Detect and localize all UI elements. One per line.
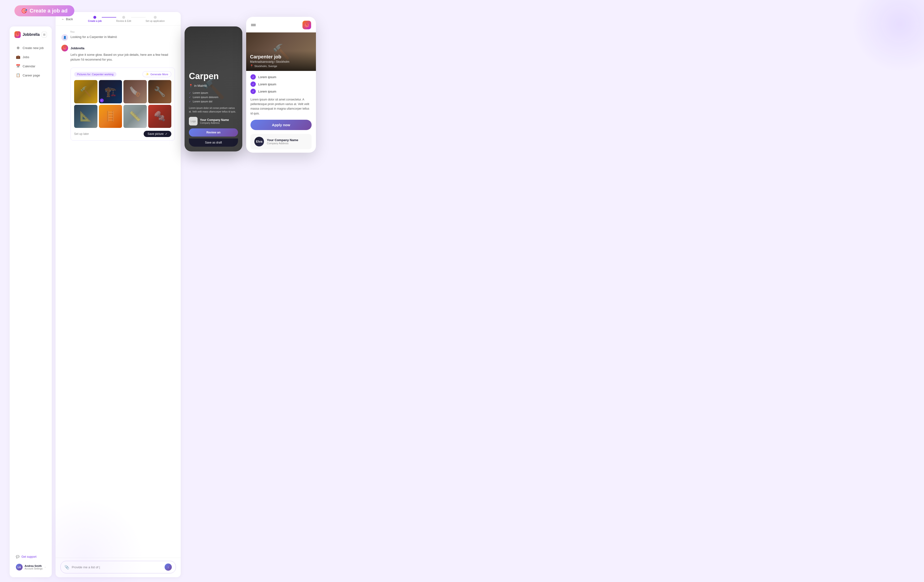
phone-left-job-title: Carpen (189, 71, 238, 81)
job-card-subtitle: Marknadsansvarig i Stockholm (250, 60, 312, 64)
phone-left-background: 🔨 Carpen 📍 in Malmö ✓ Lorem ipsum ✓ Lore… (185, 26, 242, 151)
apply-now-button[interactable]: Apply now (251, 120, 312, 130)
phone-left-features: ✓ Lorem ipsum ✓ Lorem ipsum dolorem ✓ Lo… (189, 91, 238, 103)
sidebar-user-profile[interactable]: LA Andrea Smith Account Settings › (13, 562, 48, 572)
step-set-up-application: Set up application (145, 16, 165, 22)
support-label: Get support (21, 555, 36, 559)
phone-company-address: Company Address (200, 122, 229, 124)
company-card-address: Company Address (267, 142, 299, 145)
main-container: 🐙 Jobbrella ⊞ ⊕ Create new job 💼 Jobs 📅 … (0, 0, 924, 582)
sidebar-item-jobs[interactable]: 💼 Jobs (13, 53, 48, 61)
step-create-job: Create a job (88, 16, 102, 22)
user-info: Andrea Smith Account Settings (25, 564, 43, 570)
job-image-overlay: Carpenter job Marknadsansvarig i Stockho… (246, 51, 316, 71)
right-feature-3: ✓ Lorem ipsum (251, 89, 312, 94)
expand-sidebar-button[interactable]: ⊞ (41, 32, 47, 38)
calendar-icon: 📅 (16, 64, 20, 68)
image-thumb-8[interactable]: 🔩 (148, 105, 172, 128)
location-pin-icon-right: 📍 (250, 64, 253, 67)
bot-message: 🐙 Jobbrella Let's give it some glow. Bas… (61, 45, 175, 62)
image-card-footer: Set up later Save picture ✓ (74, 131, 171, 137)
logo-text: Jobbrella (23, 33, 40, 37)
company-card: Elva Your Company Name Company Address (251, 134, 312, 149)
phone-left-company: Logo Your Company Name Company Address (189, 117, 238, 125)
right-feature-2: ✓ Lorem ipsum (251, 82, 312, 87)
image-thumb-7[interactable]: 📏 (124, 105, 147, 128)
check-icon-2: ✓ (189, 96, 191, 99)
phone-company-details: Your Company Name Company Address (200, 118, 229, 124)
generate-more-button[interactable]: ✨ Generate More (142, 71, 171, 77)
hamburger-menu-button[interactable] (251, 24, 256, 26)
step-line-2 (131, 17, 145, 18)
image-thumb-4[interactable]: 🔧 (148, 80, 172, 104)
chevron-right-icon: › (45, 566, 46, 569)
sidebar: 🐙 Jobbrella ⊞ ⊕ Create new job 💼 Jobs 📅 … (10, 26, 52, 577)
chat-body: You 👤 Looking for a Carpenter in Malmö 🐙… (56, 25, 181, 558)
wizard-header: ← Back Create a job Review & Edit Set up… (56, 12, 181, 25)
bot-header: 🐙 Jobbrella (61, 45, 175, 51)
review-button[interactable]: Review an (189, 128, 238, 136)
pill-label: Create a job ad (30, 8, 68, 14)
location-pin-icon: 📍 (189, 84, 193, 87)
check-icon-3: ✓ (189, 100, 191, 103)
image-thumb-1[interactable]: 🔨 (74, 80, 97, 104)
company-card-name: Your Company Name (267, 138, 299, 142)
chat-send-button[interactable]: ↑ (165, 564, 172, 571)
save-picture-button[interactable]: Save picture ✓ (144, 131, 171, 137)
attach-icon[interactable]: 📎 (64, 565, 69, 569)
save-draft-button[interactable]: Save as draft (189, 138, 238, 146)
step-2-label: Review & Edit (116, 20, 131, 22)
create-job-label: Create new job (23, 46, 44, 50)
user-bubble: 👤 Looking for a Carpenter in Malmö (61, 34, 117, 41)
job-hero-image: 🔨 Carpenter job Marknadsansvarig i Stock… (246, 33, 316, 71)
create-job-ad-pill[interactable]: 🎯 Create a job ad (15, 5, 74, 16)
image-picker-card: Pictures for: Carpenter working ✨ Genera… (71, 67, 175, 141)
company-logo: Logo (189, 117, 198, 125)
steps-container: Create a job Review & Edit Set up applic… (78, 16, 175, 22)
chat-input-box: 📎 ↑ (60, 561, 176, 573)
get-support-link[interactable]: 💬 Get support (13, 554, 48, 560)
sidebar-item-calendar[interactable]: 📅 Calendar (13, 62, 48, 70)
phone-left-mockup: 🔨 Carpen 📍 in Malmö ✓ Lorem ipsum ✓ Lore… (185, 26, 242, 151)
set-up-later-link[interactable]: Set up later (74, 132, 89, 136)
phone-right-header: 🐙 (246, 17, 316, 33)
sidebar-nav: ⊕ Create new job 💼 Jobs 📅 Calendar 📋 Car… (13, 44, 48, 554)
image-thumb-2[interactable]: 🏗️ (99, 80, 122, 104)
phone-left-location: 📍 in Malmö (189, 84, 238, 87)
hamburger-line-1 (251, 24, 256, 25)
create-job-icon: ⊕ (16, 46, 20, 50)
image-thumb-5[interactable]: 📐 (74, 105, 97, 128)
back-button[interactable]: ← Back (61, 17, 73, 21)
send-icon: ↑ (167, 566, 169, 569)
bot-avatar: 🐙 (61, 45, 68, 51)
feature-check-icon-3: ✓ (251, 89, 256, 94)
step-1-dot (93, 16, 96, 19)
right-features-list: ✓ Lorem ipsum ✓ Lorem ipsum ✓ Lorem ipsu… (251, 74, 312, 94)
user-message-text: Looking for a Carpenter in Malmö (71, 34, 117, 39)
job-card-location: 📍 Stockholm, Sverige (250, 64, 312, 67)
generate-label: Generate More (150, 73, 168, 76)
check-icon-1: ✓ (189, 92, 191, 94)
save-label: Save picture (147, 132, 163, 136)
company-card-info: Your Company Name Company Address (267, 138, 299, 145)
sidebar-item-career-page[interactable]: 📋 Career page (13, 71, 48, 79)
phone-right-body: ✓ Lorem ipsum ✓ Lorem ipsum ✓ Lorem ipsu… (246, 71, 316, 153)
back-label: Back (66, 17, 73, 21)
phone-feature-1: ✓ Lorem ipsum (189, 91, 238, 94)
image-picker-header: Pictures for: Carpenter working ✨ Genera… (74, 71, 171, 77)
right-job-description: Lorem ipsum dolor sit amet consectetur. … (251, 97, 312, 116)
image-thumb-3[interactable]: 🪚 (124, 80, 147, 104)
image-thumb-6[interactable]: 🪜 (99, 105, 122, 128)
sidebar-item-create-new-job[interactable]: ⊕ Create new job (13, 44, 48, 52)
step-1-label: Create a job (88, 20, 102, 22)
career-icon: 📋 (16, 73, 20, 77)
sidebar-logo: 🐙 Jobbrella ⊞ (13, 31, 48, 38)
app-logo-right: 🐙 (302, 21, 311, 29)
chat-input-field[interactable] (72, 566, 162, 569)
user-message-avatar: 👤 (61, 34, 68, 41)
jobs-icon: 💼 (16, 55, 20, 59)
step-line-1 (102, 17, 116, 18)
feature-check-icon-1: ✓ (251, 74, 256, 80)
image-picker-tag: Pictures for: Carpenter working (74, 72, 117, 77)
step-3-dot (154, 16, 157, 19)
